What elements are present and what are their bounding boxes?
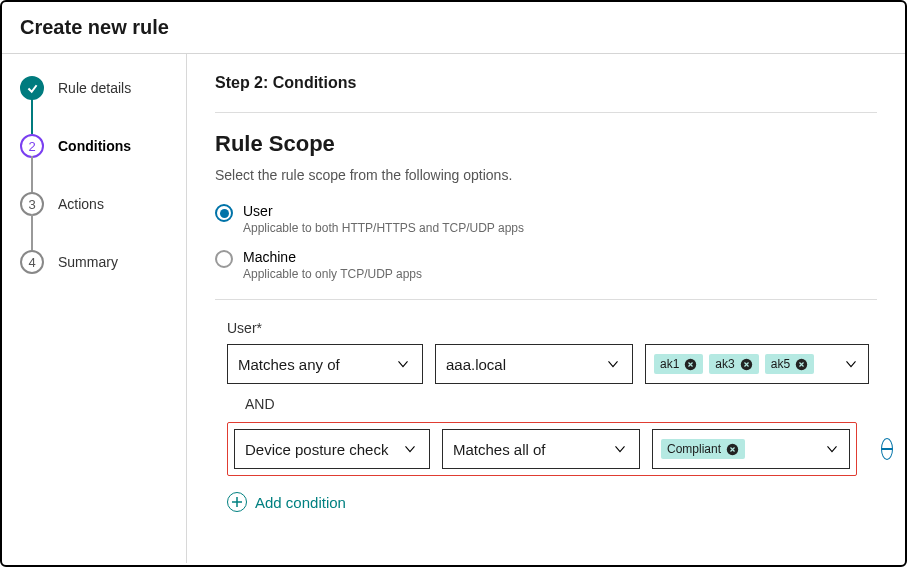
remove-tag-icon[interactable] (684, 358, 697, 371)
remove-tag-icon[interactable] (726, 443, 739, 456)
match-operator-select[interactable]: Matches any of (227, 344, 423, 384)
scope-option-machine[interactable]: Machine Applicable to only TCP/UDP apps (215, 249, 877, 281)
page-body: Rule details 2 Conditions 3 Actions 4 Su… (2, 54, 905, 563)
select-value: aaa.local (446, 356, 506, 373)
remove-tag-icon[interactable] (795, 358, 808, 371)
minus-icon (882, 448, 892, 450)
user-tags-select[interactable]: ak1 ak3 ak5 (645, 344, 869, 384)
chevron-down-icon (401, 440, 419, 458)
user-field-label: User* (227, 320, 877, 336)
rule-scope-subtitle: Select the rule scope from the following… (215, 167, 877, 183)
tag: ak3 (709, 354, 758, 374)
step-label: Summary (58, 254, 118, 270)
domain-select[interactable]: aaa.local (435, 344, 633, 384)
add-condition-button[interactable]: Add condition (227, 492, 877, 512)
step-summary[interactable]: 4 Summary (20, 250, 170, 274)
condition-row: Matches any of aaa.local ak1 ak3 ak5 (227, 344, 877, 384)
rule-scope-title: Rule Scope (215, 131, 877, 157)
scope-radio-group: User Applicable to both HTTP/HTTPS and T… (215, 203, 877, 281)
select-value: Matches any of (238, 356, 340, 373)
remove-condition-button[interactable] (881, 438, 893, 460)
chevron-down-icon (394, 355, 412, 373)
match-operator-select[interactable]: Matches all of (442, 429, 640, 469)
conditions-block: User* Matches any of aaa.local ak1 ak3 a… (227, 320, 877, 512)
posture-tags-select[interactable]: Compliant (652, 429, 850, 469)
chevron-down-icon (823, 440, 841, 458)
chevron-down-icon (611, 440, 629, 458)
radio-desc: Applicable to both HTTP/HTTPS and TCP/UD… (243, 221, 524, 235)
radio-label: Machine (243, 249, 422, 265)
remove-tag-icon[interactable] (740, 358, 753, 371)
tag: ak1 (654, 354, 703, 374)
add-condition-label: Add condition (255, 494, 346, 511)
and-joiner: AND (245, 396, 877, 412)
main-panel: Step 2: Conditions Rule Scope Select the… (187, 54, 905, 563)
page-title: Create new rule (2, 2, 905, 54)
radio-icon (215, 204, 233, 222)
plus-icon (227, 492, 247, 512)
divider (215, 299, 877, 300)
divider (215, 112, 877, 113)
radio-desc: Applicable to only TCP/UDP apps (243, 267, 422, 281)
step-label: Actions (58, 196, 104, 212)
step-actions[interactable]: 3 Actions (20, 192, 170, 216)
scope-option-user[interactable]: User Applicable to both HTTP/HTTPS and T… (215, 203, 877, 235)
step-label: Conditions (58, 138, 131, 154)
radio-icon (215, 250, 233, 268)
chevron-down-icon (604, 355, 622, 373)
check-icon (26, 82, 39, 95)
select-value: Device posture check (245, 441, 388, 458)
condition-row-highlighted: Device posture check Matches all of Comp… (227, 422, 877, 476)
step-label: Rule details (58, 80, 131, 96)
create-rule-frame: Create new rule Rule details 2 Condition… (0, 0, 907, 567)
tag: Compliant (661, 439, 745, 459)
radio-label: User (243, 203, 524, 219)
condition-type-select[interactable]: Device posture check (234, 429, 430, 469)
step-conditions[interactable]: 2 Conditions (20, 134, 170, 158)
highlighted-condition: Device posture check Matches all of Comp… (227, 422, 857, 476)
select-value: Matches all of (453, 441, 546, 458)
chevron-down-icon (842, 355, 860, 373)
step-rule-details[interactable]: Rule details (20, 76, 170, 100)
wizard-sidebar: Rule details 2 Conditions 3 Actions 4 Su… (2, 54, 187, 563)
step-heading: Step 2: Conditions (215, 74, 877, 92)
tag: ak5 (765, 354, 814, 374)
